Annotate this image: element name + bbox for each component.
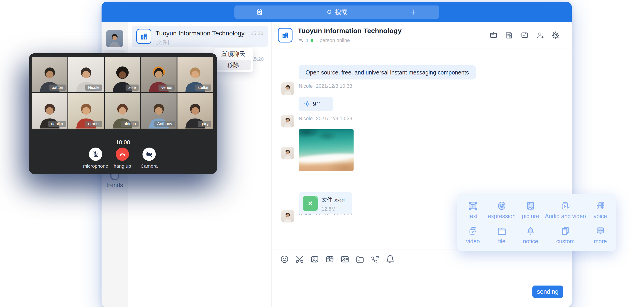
participant-name: zoie — [126, 84, 138, 91]
conversation-time: 15:20 — [251, 56, 264, 62]
message-sender: Nicole — [299, 83, 312, 89]
participant-tile[interactable]: Anthony — [141, 93, 176, 129]
message-list: Nicole 2021/12/3 10:33 Open source, free… — [272, 48, 572, 307]
participant-name: gary — [198, 121, 211, 127]
camera-toggle-button[interactable] — [142, 148, 156, 161]
notification-bell-icon[interactable] — [385, 254, 395, 264]
my-avatar[interactable] — [106, 30, 123, 47]
member-count: 1 — [306, 37, 308, 43]
panel-item-audio-video[interactable]: Audio and video — [545, 197, 586, 223]
participant-tile[interactable]: danika — [32, 93, 68, 129]
announcement-icon[interactable] — [490, 31, 498, 39]
participant-name: aldrich — [121, 121, 138, 127]
chat-history-search-icon[interactable] — [505, 31, 513, 39]
participant-name: Anthony — [154, 121, 175, 127]
video-call-icon[interactable] — [370, 254, 380, 264]
chat-title: Tuoyun Information Technology — [298, 27, 402, 35]
participant-name: venus — [158, 84, 175, 91]
chat-header: Tuoyun Information Technology 1 1 person… — [272, 22, 572, 48]
participant-tile[interactable]: aldrich — [105, 93, 140, 129]
members-icon — [298, 37, 304, 43]
panel-item-label: voice — [594, 213, 607, 220]
top-bar: 搜索 — [102, 2, 572, 22]
file-ext: .excel — [334, 198, 345, 202]
video-clapper-icon[interactable] — [325, 254, 335, 264]
message-time: 2021/12/3 10:33 — [316, 83, 352, 89]
file-size: 12.8M — [322, 206, 345, 212]
file-info: 文件.excel 12.8M — [322, 196, 345, 212]
participant-name: ernest — [85, 121, 102, 127]
folder-file-icon — [496, 226, 507, 236]
voice-message-bubble[interactable]: 9`` — [299, 97, 333, 111]
panel-item-picture[interactable]: picture — [516, 197, 545, 223]
mic-muted-icon — [92, 150, 100, 158]
text-icon — [468, 201, 478, 211]
panel-item-label: picture — [522, 213, 539, 220]
conversation-item-selected[interactable]: Tuoyun Information Technology [文件] 15:20 — [132, 26, 268, 47]
microphone-mute-button[interactable] — [89, 148, 102, 161]
conversation-last-message: [文件] — [156, 39, 169, 46]
participant-name: stellar — [195, 84, 211, 91]
more-icon — [595, 226, 606, 236]
panel-item-notice[interactable]: notice — [516, 223, 545, 248]
participant-tile[interactable]: zoie — [105, 57, 140, 92]
screenshot-scissors-icon[interactable] — [294, 254, 304, 264]
message-meta: Nicole 2021/12/3 10:33 — [299, 83, 352, 89]
menu-item-remove[interactable]: 移除 — [215, 60, 251, 70]
participant-name: patton — [49, 84, 66, 91]
avatar[interactable] — [281, 82, 294, 95]
excel-file-icon — [303, 196, 318, 211]
panel-item-more[interactable]: more — [586, 223, 615, 248]
message-sender: Nicole — [299, 116, 312, 121]
custom-icon — [560, 226, 570, 236]
participant-tile[interactable]: gary — [178, 93, 213, 129]
add-icon[interactable] — [410, 8, 417, 16]
send-button[interactable]: sending — [532, 286, 563, 298]
participant-tile[interactable]: Nicole — [68, 57, 104, 92]
notice-bell-icon — [525, 226, 536, 236]
group-building-icon — [278, 28, 292, 42]
panel-item-voice[interactable]: voice — [586, 197, 615, 223]
contact-card-icon[interactable] — [340, 254, 350, 264]
composer-toolbar — [272, 249, 572, 269]
panel-item-expression[interactable]: expression — [487, 197, 516, 223]
panel-item-custom[interactable]: custom — [545, 223, 586, 248]
conversation-time: 15:20 — [251, 30, 263, 36]
audio-video-icon — [560, 201, 570, 211]
hang-up-icon — [118, 150, 126, 158]
menu-item-pin-chat[interactable]: 置顶聊天 — [214, 48, 253, 60]
participant-name: Nicole — [85, 84, 102, 91]
participant-grid: patton Nicole zoie venus stellar danika — [32, 57, 213, 129]
panel-item-video[interactable]: video — [458, 223, 487, 248]
file-name: 文件 — [322, 196, 332, 203]
panel-item-file[interactable]: file — [487, 223, 516, 248]
participant-tile[interactable]: patton — [32, 57, 68, 92]
settings-gear-icon[interactable] — [552, 31, 560, 39]
file-manager-icon[interactable] — [520, 31, 529, 39]
participant-tile[interactable]: venus — [141, 57, 176, 92]
participant-tile[interactable]: stellar — [178, 57, 213, 92]
avatar[interactable] — [281, 115, 294, 127]
emoji-icon[interactable] — [280, 254, 290, 264]
file-message-bubble[interactable]: 文件.excel 12.8M — [299, 192, 352, 214]
video-call-window: patton Nicole zoie venus stellar danika — [29, 53, 217, 174]
image-icon[interactable] — [310, 254, 320, 264]
avatar[interactable] — [281, 147, 294, 159]
image-message-beach-photo[interactable] — [299, 129, 354, 171]
camera-muted-icon — [145, 150, 153, 158]
message-meta: Nicole 2021/12/3 10:33 — [299, 116, 352, 121]
add-member-icon[interactable] — [536, 31, 544, 39]
search-bar[interactable]: 搜索 — [234, 5, 439, 19]
chat-main: Tuoyun Information Technology 1 1 person… — [272, 22, 572, 307]
panel-item-label: Audio and video — [545, 213, 586, 220]
participant-name: danika — [48, 121, 66, 127]
hang-up-button[interactable] — [116, 148, 129, 161]
panel-item-text[interactable]: text — [458, 197, 487, 223]
folder-icon[interactable] — [355, 254, 365, 264]
voice-icon — [595, 201, 606, 211]
participant-tile[interactable]: ernest — [68, 93, 104, 129]
search-input[interactable]: 搜索 — [234, 5, 439, 19]
text-message-bubble[interactable]: Open source, free, and universal instant… — [299, 65, 476, 79]
avatar[interactable] — [281, 210, 294, 223]
search-placeholder: 搜索 — [335, 8, 348, 16]
